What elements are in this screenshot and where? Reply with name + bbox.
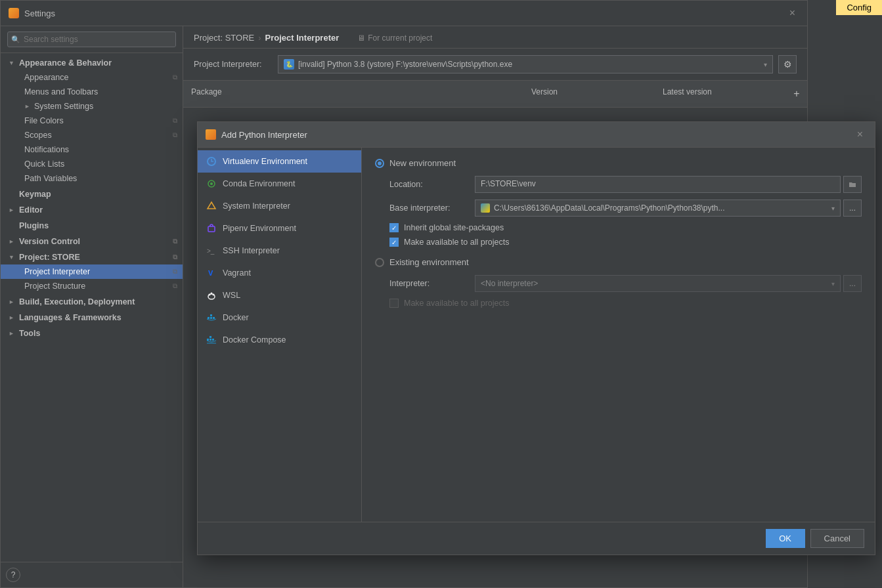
build-exec-deploy-header[interactable]: ► Build, Execution, Deployment bbox=[1, 295, 183, 309]
existing-environment-option[interactable]: Existing environment bbox=[375, 257, 862, 267]
svg-rect-16 bbox=[209, 339, 211, 341]
plugins-label: Plugins bbox=[19, 221, 49, 230]
gear-button[interactable]: ⚙ bbox=[778, 55, 797, 74]
sidebar-item-quick-lists[interactable]: Quick Lists bbox=[1, 157, 183, 171]
search-input[interactable] bbox=[7, 32, 176, 47]
sidebar-item-project-structure[interactable]: Project Structure ⧉ bbox=[1, 279, 183, 293]
project-interpreter-sidebar-label: Project Interpreter bbox=[24, 267, 90, 276]
tools-label: Tools bbox=[19, 329, 40, 338]
new-environment-option[interactable]: New environment bbox=[375, 158, 862, 168]
scopes-label: Scopes bbox=[24, 131, 52, 140]
config-tab[interactable]: Config bbox=[836, 0, 882, 15]
ok-button[interactable]: OK bbox=[766, 529, 805, 548]
make-available-new-checkbox[interactable]: ✓ bbox=[389, 238, 399, 247]
base-interpreter-dots-button[interactable]: ... bbox=[843, 200, 862, 217]
inherit-label: Inherit global site-packages bbox=[404, 223, 504, 232]
inherit-checkbox[interactable]: ✓ bbox=[389, 223, 399, 232]
svg-text:>_: >_ bbox=[207, 247, 215, 255]
plugins-header[interactable]: Plugins bbox=[1, 219, 183, 233]
languages-frameworks-label: Languages & Frameworks bbox=[19, 313, 121, 322]
interp-type-docker[interactable]: Docker bbox=[198, 306, 361, 329]
collapse-arrow: ▼ bbox=[9, 60, 16, 66]
svg-rect-13 bbox=[213, 317, 215, 319]
close-button[interactable]: × bbox=[785, 6, 799, 20]
interp-type-vagrant[interactable]: V Vagrant bbox=[198, 262, 361, 284]
interpreter-row-label: Project Interpreter: bbox=[194, 60, 273, 69]
location-browse-button[interactable] bbox=[843, 176, 862, 193]
make-available-existing-label: Make available to all projects bbox=[404, 299, 510, 308]
editor-header[interactable]: ► Editor bbox=[1, 203, 183, 217]
tools-group: ► Tools bbox=[1, 326, 183, 341]
breadcrumb-parent[interactable]: Project: STORE bbox=[194, 33, 254, 43]
existing-interpreter-select-value: <No interpreter> bbox=[481, 279, 831, 288]
tools-header[interactable]: ► Tools bbox=[1, 326, 183, 341]
interp-type-virtualenv[interactable]: Virtualenv Environment bbox=[198, 150, 361, 173]
languages-frameworks-header[interactable]: ► Languages & Frameworks bbox=[1, 310, 183, 325]
svg-point-2 bbox=[210, 182, 213, 185]
svg-rect-14 bbox=[210, 314, 212, 316]
location-value: F:\STORE\venv bbox=[475, 176, 862, 193]
project-store-header[interactable]: ▼ Project: STORE ⧉ bbox=[1, 250, 183, 264]
existing-interpreter-dots-button[interactable]: ... bbox=[843, 275, 862, 292]
base-interpreter-row: Base interpreter: C:\Users\86136\AppData… bbox=[375, 200, 862, 217]
sidebar-item-system-settings[interactable]: ► System Settings bbox=[1, 99, 183, 114]
sidebar-item-notifications[interactable]: Notifications bbox=[1, 142, 183, 157]
sidebar-item-appearance[interactable]: Appearance ⧉ bbox=[1, 70, 183, 85]
make-available-new-row: ✓ Make available to all projects bbox=[375, 238, 862, 247]
interp-type-pipenv[interactable]: Pipenv Environment bbox=[198, 217, 361, 240]
base-interpreter-select[interactable]: C:\Users\86136\AppData\Local\Programs\Py… bbox=[475, 200, 841, 217]
interpreter-select-value: 🐍 [invalid] Python 3.8 (ystore) F:\ystor… bbox=[284, 59, 761, 70]
existing-interpreter-label: Interpreter: bbox=[389, 279, 475, 288]
svg-text:V: V bbox=[208, 269, 213, 277]
notifications-label: Notifications bbox=[24, 145, 69, 154]
editor-label: Editor bbox=[19, 205, 43, 215]
breadcrumb: Project: STORE › Project Interpreter bbox=[194, 33, 339, 43]
sidebar-item-project-interpreter[interactable]: Project Interpreter ⧉ bbox=[1, 264, 183, 279]
dialog-close-button[interactable]: × bbox=[853, 127, 867, 142]
make-available-new-label: Make available to all projects bbox=[404, 238, 510, 247]
appearance-behavior-group: ▼ Appearance & Behavior Appearance ⧉ Men… bbox=[1, 56, 183, 186]
cancel-button[interactable]: Cancel bbox=[810, 529, 864, 548]
dialog-titlebar: Add Python Interpreter × bbox=[198, 122, 875, 148]
interp-type-conda[interactable]: Conda Environment bbox=[198, 173, 361, 195]
interpreter-select[interactable]: 🐍 [invalid] Python 3.8 (ystore) F:\ystor… bbox=[278, 55, 773, 74]
svg-rect-15 bbox=[207, 339, 209, 341]
app-icon bbox=[9, 8, 19, 18]
wsl-icon bbox=[206, 289, 217, 301]
monitor-icon: 🖥 bbox=[357, 33, 365, 43]
column-version: Version bbox=[523, 85, 655, 103]
keymap-header[interactable]: Keymap bbox=[1, 187, 183, 201]
add-package-button[interactable]: + bbox=[793, 87, 799, 100]
sidebar-item-scopes[interactable]: Scopes ⧉ bbox=[1, 128, 183, 142]
system-settings-label: System Settings bbox=[34, 102, 93, 111]
interpreter-text: [invalid] Python 3.8 (ystore) F:\ystore\… bbox=[298, 60, 512, 69]
sidebar-item-menus-toolbars[interactable]: Menus and Toolbars bbox=[1, 85, 183, 99]
arrow-system: ► bbox=[24, 103, 30, 110]
wsl-label: WSL bbox=[223, 291, 240, 300]
location-field[interactable]: F:\STORE\venv bbox=[475, 176, 841, 193]
existing-interpreter-select[interactable]: <No interpreter> ▾ bbox=[475, 275, 841, 292]
make-available-existing-checkbox[interactable] bbox=[389, 299, 399, 308]
project-store-label: Project: STORE bbox=[19, 253, 80, 262]
system-icon bbox=[206, 200, 217, 212]
appearance-behavior-header[interactable]: ▼ Appearance & Behavior bbox=[1, 56, 183, 70]
new-environment-radio[interactable] bbox=[375, 159, 384, 168]
sidebar-item-file-colors[interactable]: File Colors ⧉ bbox=[1, 114, 183, 128]
interpreter-row: Project Interpreter: 🐍 [invalid] Python … bbox=[183, 49, 807, 81]
sidebar-bottom: ? bbox=[1, 562, 183, 587]
sidebar-item-path-variables[interactable]: Path Variables bbox=[1, 171, 183, 186]
interpreter-settings-panel: New environment Location: F:\STORE\venv bbox=[362, 148, 875, 522]
interp-type-system[interactable]: System Interpreter bbox=[198, 195, 361, 217]
base-interp-arrow: ▾ bbox=[831, 205, 835, 212]
version-control-header[interactable]: ► Version Control ⧉ bbox=[1, 234, 183, 249]
interp-type-ssh[interactable]: >_ SSH Interpreter bbox=[198, 240, 361, 262]
conda-label: Conda Environment bbox=[223, 179, 295, 188]
help-button[interactable]: ? bbox=[6, 568, 20, 582]
location-row: Location: F:\STORE\venv bbox=[375, 176, 862, 193]
menus-toolbars-label: Menus and Toolbars bbox=[24, 87, 98, 96]
existing-environment-radio[interactable] bbox=[375, 258, 384, 267]
svg-point-9 bbox=[211, 293, 213, 295]
interp-type-docker-compose[interactable]: Docker Compose bbox=[198, 329, 361, 351]
existing-interpreter-value: <No interpreter> ▾ ... bbox=[475, 275, 862, 292]
interp-type-wsl[interactable]: WSL bbox=[198, 284, 361, 306]
